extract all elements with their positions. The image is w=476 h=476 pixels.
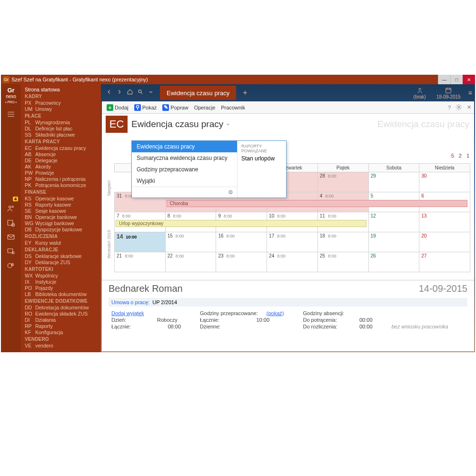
svg-point-9 [139, 90, 141, 93]
sidebar-item[interactable]: DIDziałania [21, 317, 101, 323]
sidebar-item[interactable]: PWProwizje [21, 169, 101, 176]
sidebar-item[interactable]: EYKursy walut [21, 239, 101, 246]
sidebar-item[interactable]: PLWynagrodzenia [21, 119, 101, 125]
sidebar-item[interactable]: SESesje kasowe [21, 208, 101, 214]
sidebar-header: VENDERO [21, 335, 101, 342]
sidebar-item[interactable]: ROEwidencja składek ZUS [21, 310, 101, 317]
sidebar-item[interactable]: DEDelegacje [21, 157, 101, 163]
dd-item-wyjatki[interactable]: Wyjątki [132, 175, 237, 187]
add-tab-icon[interactable]: + [240, 89, 247, 97]
sidebar-header: EWIDENCJE DODATKOWE [21, 297, 101, 304]
sidebar-header: ROZLICZENIA [21, 232, 101, 239]
module-dropdown[interactable]: Ewidencja czasu pracy [128, 119, 231, 129]
sidebar-item[interactable]: BNOperacje bankowe [21, 214, 101, 220]
sidebar-item[interactable]: POPojazdy [21, 285, 101, 291]
event-choroba[interactable]: Choroba [167, 200, 467, 207]
module-badge: EC [106, 116, 128, 133]
date-indicator[interactable]: 18-09-2015 [434, 87, 464, 99]
app-icon: Gr [3, 76, 10, 83]
sidebar-item[interactable]: DLDefinicje list płac [21, 125, 101, 131]
dd-item-sumaryczna[interactable]: Sumaryczna ewidencja czasu pracy [132, 152, 237, 164]
toolbar: +Dodaj ⚲Pokaż ✎Popraw Operacje Pracownik… [102, 101, 474, 114]
sidebar-item[interactable]: WXWspólnicy [21, 272, 101, 278]
add-exception-link[interactable]: Dodaj wyjątek [111, 310, 181, 316]
app-logo: Grnexo• PRO • [5, 86, 17, 105]
close-button[interactable]: ✕ [463, 75, 475, 84]
sidebar-item[interactable]: RSRaporty kasowe [21, 201, 101, 208]
add-button[interactable]: +Dodaj [105, 104, 130, 111]
view-numbers[interactable]: 521 [451, 153, 469, 159]
sidebar-item[interactable]: PKPotrącenia komornicze [21, 182, 101, 188]
module-dropdown-menu: Ewidencja czasu pracy Sumaryczna ewidenc… [131, 140, 287, 198]
sidebar-item[interactable]: RPRaporty [21, 323, 101, 329]
sidebar-item[interactable]: PXPracownicy [21, 99, 101, 106]
sidebar-header: FINANSE [21, 188, 101, 195]
sidebar-header: DEKLARACJE [21, 246, 101, 253]
home-icon[interactable] [127, 89, 133, 97]
sidebar-item[interactable]: IXInstytucje [21, 278, 101, 285]
sidebar-item[interactable]: SSSkładniki płacowe [21, 131, 101, 138]
sidebar: Strona startowa KADRYPXPracownicyUMUmowy… [21, 84, 101, 352]
chevron-down-icon[interactable] [148, 89, 154, 97]
maximize-button[interactable]: □ [450, 75, 463, 84]
title-bar: Gr Szef Szef na Gratyfikant - Gratyfikan… [1, 75, 475, 84]
close-panel-icon[interactable]: ✕ [467, 104, 471, 110]
sidebar-header: KARTOTEKI [21, 265, 101, 272]
sidebar-item[interactable]: ECEwidencja czasu pracy [21, 145, 101, 151]
sidebar-item[interactable]: AKAkordy [21, 163, 101, 169]
sidebar-item[interactable]: ABAbsencje [21, 151, 101, 157]
event-urlop[interactable]: Urlop wypoczynkowy [116, 220, 367, 227]
sidebar-item[interactable]: UMUmowy [21, 106, 101, 112]
sidebar-item[interactable]: KFKonfiguracja [21, 329, 101, 335]
sidebar-item[interactable]: KSOperacje kasowe [21, 195, 101, 201]
dd-item-godziny[interactable]: Godziny przepracowane [132, 164, 237, 175]
sidebar-item[interactable]: DBDyspozycje bankowe [21, 226, 101, 232]
sidebar-item[interactable]: WGWyciągi bankowe [21, 220, 101, 226]
svg-rect-4 [8, 235, 14, 239]
user-indicator[interactable]: (brak) [411, 87, 429, 99]
certificate-icon[interactable] [4, 246, 18, 257]
dd-settings-icon[interactable]: ⚙ [132, 187, 237, 198]
help-icon[interactable]: ? [448, 105, 451, 110]
users-icon[interactable] [4, 203, 18, 214]
sidebar-item[interactable]: DDDekretacja dokumentów [21, 304, 101, 310]
sidebar-item[interactable]: VEvendero [21, 342, 101, 348]
note-text: bez wniosku pracownika [392, 324, 448, 329]
mail-icon[interactable] [4, 232, 18, 242]
sidebar-item[interactable]: LBBiblioteka dokumentów [21, 291, 101, 297]
calendar-clock-icon[interactable] [4, 218, 18, 228]
svg-rect-11 [446, 88, 451, 93]
employee-button[interactable]: Pracownik [219, 105, 247, 110]
contract-link[interactable]: Umowa o pracę: [111, 299, 149, 305]
forward-icon[interactable] [116, 89, 123, 97]
dd-item-ewidencja[interactable]: Ewidencja czasu pracy [132, 141, 237, 152]
search-icon[interactable] [137, 89, 144, 97]
svg-point-10 [419, 88, 421, 90]
add-circle-icon[interactable] [4, 260, 18, 271]
sidebar-header: PŁACE [21, 112, 101, 119]
month-labels: Sierpień Wrzesień 2015 [106, 163, 112, 275]
sidebar-item[interactable]: DYDeklaracje ZUS [21, 259, 101, 265]
edit-button[interactable]: ✎Popraw [160, 104, 190, 111]
dd-related-header: RAPORTY POWIĄZANE [241, 144, 282, 153]
chevron-down-icon [225, 121, 231, 127]
dd-related-item[interactable]: Stan urlopów [241, 155, 282, 162]
active-tab[interactable]: Ewidencja czasu pracy [160, 86, 236, 100]
more-icon[interactable]: ≡ [468, 89, 472, 97]
sidebar-item[interactable]: NPNaliczenia i potrącenia [21, 176, 101, 182]
sidebar-item[interactable]: DSDeklaracje skarbowe [21, 253, 101, 259]
left-rail: Grnexo• PRO • 4 [1, 84, 21, 352]
sidebar-header: KADRY [21, 92, 101, 99]
employee-name: Bednarek Roman [109, 283, 183, 294]
gear-icon[interactable] [456, 104, 462, 111]
sidebar-start[interactable]: Strona startowa [21, 86, 101, 92]
menu-icon[interactable] [4, 109, 18, 119]
operations-button[interactable]: Operacje [192, 105, 218, 110]
rail-badge: 4 [13, 197, 18, 201]
show-button[interactable]: ⚲Pokaż [132, 104, 159, 111]
sidebar-header: KARTA PRACY [21, 138, 101, 145]
details-panel: Bednarek Roman 14-09-2015 Umowa o pracę:… [102, 280, 474, 351]
back-icon[interactable] [106, 89, 112, 97]
show-link[interactable]: (pokaż) [267, 310, 284, 316]
minimize-button[interactable]: — [438, 75, 450, 84]
